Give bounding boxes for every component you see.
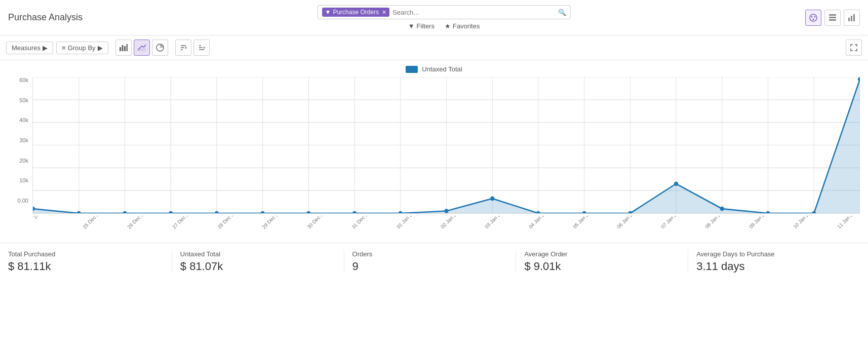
x-label-18: 11 Jan 2021	[836, 216, 860, 244]
x-label-17: 10 Jan 2021	[792, 216, 832, 244]
data-point-2	[123, 211, 127, 213]
sort-asc-icon	[180, 44, 187, 51]
legend-color-swatch	[406, 66, 418, 73]
page-title: Purchase Analysis	[8, 12, 83, 23]
group-by-arrow-icon: ▶	[98, 44, 103, 52]
search-input[interactable]	[392, 9, 556, 16]
bar-chart-type-button[interactable]	[115, 40, 132, 56]
x-label-7: 31 Dec 2020	[351, 216, 391, 244]
svg-rect-9	[853, 14, 855, 21]
stat-orders: Orders 9	[344, 250, 517, 273]
chart-with-axes: 60k 50k 40k 30k 20k 10k 0.00	[8, 77, 860, 214]
x-label-6: 30 Dec 2020	[306, 216, 346, 244]
stat-orders-value: 9	[352, 260, 508, 273]
x-axis: 24 Dec 2020 25 Dec 2020 26 Dec 2020 27 D…	[8, 216, 860, 244]
data-point-10	[490, 197, 494, 201]
star-icon: ★	[445, 22, 451, 30]
y-label-10k: 10k	[19, 177, 28, 183]
measures-button[interactable]: Measures ▶	[6, 42, 53, 54]
table-view-button[interactable]	[824, 10, 841, 26]
x-label-1: 25 Dec 2020	[82, 216, 122, 244]
bar-chart-icon	[120, 44, 128, 51]
y-label-20k: 20k	[19, 158, 28, 164]
palette-icon	[809, 13, 818, 22]
header-center: ▼ Purchase Orders ✕ 🔍 ▼ Filters ★ Favori…	[98, 5, 790, 30]
stat-total-purchased-value: $ 81.11k	[8, 260, 164, 273]
chart-svg	[33, 77, 860, 213]
data-point-18	[858, 77, 860, 82]
stat-average-days-value: 3.11 days	[696, 260, 852, 273]
stat-untaxed-total: Untaxed Total $ 81.07k	[172, 250, 344, 273]
chart-legend: Untaxed Total	[8, 65, 860, 73]
x-label-15: 08 Jan 2021	[704, 216, 743, 244]
x-label-9: 02 Jan 2021	[440, 216, 479, 244]
filter-tag-label: Purchase Orders	[333, 9, 379, 16]
y-label-60k: 60k	[19, 77, 28, 83]
chart-area: Untaxed Total 60k 50k 40k 30k 20k 10k 0.…	[0, 60, 868, 243]
data-point-6	[306, 211, 310, 213]
header-right	[805, 10, 860, 26]
data-point-15	[720, 207, 724, 211]
y-axis: 60k 50k 40k 30k 20k 10k 0.00	[8, 77, 32, 214]
data-point-13	[628, 211, 632, 213]
data-point-11	[536, 211, 540, 213]
data-point-9	[444, 209, 448, 213]
svg-point-2	[814, 16, 816, 17]
data-point-3	[169, 211, 173, 213]
filters-button[interactable]: ▼ Filters	[408, 22, 435, 30]
group-by-button[interactable]: ≡ Group By ▶	[56, 42, 108, 54]
filter-tag-icon: ▼	[325, 9, 331, 16]
filter-actions: ▼ Filters ★ Favorites	[408, 22, 480, 30]
search-bar: ▼ Purchase Orders ✕ 🔍	[318, 5, 571, 19]
data-point-7	[352, 211, 357, 213]
data-point-8	[399, 211, 403, 213]
svg-rect-13	[126, 44, 128, 51]
pie-chart-type-button[interactable]	[152, 40, 168, 56]
y-label-30k: 30k	[19, 137, 28, 143]
data-point-12	[582, 211, 586, 213]
data-point-1	[77, 211, 81, 213]
palette-view-button[interactable]	[805, 10, 821, 26]
stat-average-order-label: Average Order	[524, 250, 680, 258]
favorites-button[interactable]: ★ Favorites	[445, 22, 480, 30]
table-icon	[828, 14, 837, 22]
sort-asc-button[interactable]	[175, 40, 191, 56]
stat-untaxed-total-value: $ 81.07k	[180, 260, 336, 273]
svg-rect-11	[122, 45, 123, 51]
line-chart-type-button[interactable]	[134, 40, 150, 56]
data-point-5	[260, 211, 264, 213]
pie-chart-icon	[156, 44, 164, 52]
bar-chart-view-button[interactable]	[844, 10, 860, 26]
svg-point-3	[813, 18, 814, 20]
x-label-10: 03 Jan 2021	[484, 216, 523, 244]
expand-button[interactable]	[846, 40, 862, 56]
line-chart-icon	[138, 44, 146, 51]
y-label-50k: 50k	[19, 97, 28, 103]
x-label-2: 26 Dec 2020	[127, 216, 167, 244]
header: Purchase Analysis ▼ Purchase Orders ✕ 🔍 …	[0, 0, 868, 35]
stat-average-order-value: $ 9.01k	[524, 260, 680, 273]
measures-arrow-icon: ▶	[43, 44, 48, 52]
sort-desc-button[interactable]	[193, 40, 210, 56]
svg-rect-6	[829, 19, 836, 21]
filter-icon: ▼	[408, 22, 415, 30]
stat-average-order: Average Order $ 9.01k	[516, 250, 688, 273]
y-label-0: 0.00	[18, 198, 28, 204]
x-label-5: 29 Dec 2020	[261, 216, 301, 244]
stat-untaxed-total-label: Untaxed Total	[180, 250, 336, 258]
y-label-40k: 40k	[19, 117, 28, 123]
x-label-3: 27 Dec 2020	[171, 216, 211, 244]
sort-desc-icon	[198, 44, 205, 51]
stat-average-days-label: Average Days to Purchase	[696, 250, 852, 258]
legend-label: Untaxed Total	[422, 65, 462, 73]
svg-rect-14	[138, 48, 146, 51]
search-icon[interactable]: 🔍	[558, 9, 566, 16]
x-label-12: 05 Jan 2021	[572, 216, 611, 244]
svg-rect-5	[829, 17, 836, 18]
filter-tag-close[interactable]: ✕	[382, 9, 386, 16]
svg-rect-4	[829, 14, 836, 16]
x-label-13: 06 Jan 2021	[616, 216, 655, 244]
x-label-16: 09 Jan 2021	[748, 216, 787, 244]
barchart-icon	[848, 14, 856, 22]
data-point-16	[766, 211, 770, 213]
